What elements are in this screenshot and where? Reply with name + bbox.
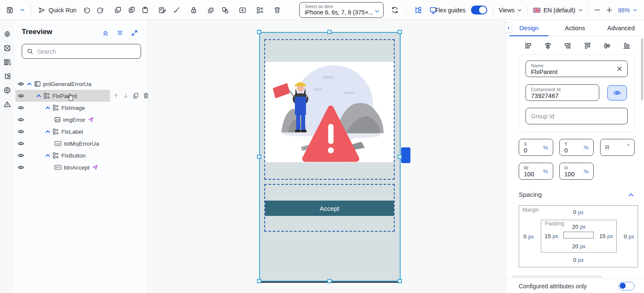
align-center-horizontal-icon[interactable] [544, 42, 552, 49]
tree-item-label[interactable]: btnAccept [64, 164, 90, 171]
selection-handle-top-left[interactable] [257, 30, 261, 34]
tab-design[interactable]: Design [506, 20, 552, 36]
zoom-level-dropdown[interactable]: 88% [618, 7, 637, 14]
padding-right-value[interactable]: 15 [599, 233, 605, 239]
align-right-icon[interactable] [564, 42, 571, 49]
warnings-icon[interactable] [3, 101, 11, 108]
x-field[interactable]: X 0 % [519, 139, 553, 156]
tree-row-FlxLabel[interactable]: FlxLabel [14, 126, 148, 138]
tree-row-txtMsjErrorUa[interactable]: txtMsjErrorUa [14, 138, 148, 149]
copy-icon[interactable] [114, 6, 121, 14]
padding-box[interactable]: Padding 20px 15px 15px 20px [541, 220, 617, 253]
bring-forward-icon[interactable] [207, 6, 215, 14]
tree-row-pnlGeneralErrorUa[interactable]: pnlGeneralErrorUa [14, 78, 148, 90]
skins-icon[interactable] [3, 44, 11, 52]
tree-item-label[interactable]: FlxLabel [61, 129, 83, 135]
selection-handle-bottom-left[interactable] [257, 279, 261, 283]
collapse-panel-button[interactable]: › [505, 22, 512, 33]
tree-row-FlxImage[interactable]: FlxImage [14, 102, 148, 114]
tree-row-imgError[interactable]: imgError [14, 114, 148, 126]
move-down-icon[interactable] [123, 93, 129, 99]
new-folder-icon[interactable] [239, 6, 246, 14]
language-dropdown[interactable]: EN (default) [533, 7, 583, 14]
tree-item-label[interactable]: FlxButton [61, 152, 86, 159]
tab-advanced[interactable]: Advanced [598, 20, 644, 36]
clear-name-icon[interactable] [616, 66, 623, 72]
undo-icon[interactable] [83, 6, 90, 14]
error-illustration[interactable] [265, 62, 394, 162]
group-id-field[interactable]: Group Id [526, 108, 628, 124]
margin-left-value[interactable]: 0 [523, 233, 526, 240]
visibility-eye-icon[interactable] [17, 92, 24, 99]
navigate-action-icon[interactable] [92, 164, 98, 170]
flex-guides-toggle[interactable] [471, 6, 487, 14]
zoom-out-button[interactable] [594, 7, 601, 13]
spacing-collapse-icon[interactable] [628, 192, 634, 198]
chevron-up-icon[interactable] [45, 129, 50, 134]
paste-icon[interactable] [142, 6, 149, 14]
expand-panel-icon[interactable] [131, 30, 138, 36]
save-icon[interactable] [6, 6, 14, 14]
save-options-chevron-icon[interactable] [20, 8, 25, 12]
brush-icon[interactable] [173, 6, 180, 14]
quick-run-button[interactable]: Quick Run [38, 6, 76, 14]
tree-item-label[interactable]: FlxImage [61, 105, 85, 111]
device-selector[interactable]: Select an item iPhone 6, 6s, 7, 8 (375×.… [299, 2, 384, 18]
selection-handle-top-center[interactable] [327, 30, 332, 34]
accept-button[interactable]: Accept [265, 201, 394, 216]
margin-top-value[interactable]: 0 [573, 209, 576, 215]
visibility-eye-icon[interactable] [17, 128, 24, 135]
rotation-field[interactable]: R ° [600, 139, 635, 156]
width-field[interactable]: W 100 % [519, 163, 553, 180]
chevron-up-icon[interactable] [45, 105, 50, 110]
widgets-icon[interactable] [256, 6, 264, 14]
settings-gear-icon[interactable] [3, 30, 11, 38]
height-field[interactable]: H 100 % [559, 163, 594, 180]
globe-icon[interactable] [3, 86, 11, 94]
tree-item-label[interactable]: imgError [63, 117, 85, 123]
library-icon[interactable] [3, 58, 11, 66]
tree-structure-icon[interactable] [3, 72, 11, 80]
margin-bottom-value[interactable]: 0 [573, 257, 576, 263]
tree-row-FlxParent[interactable]: FlxParent [14, 90, 148, 102]
send-backward-icon[interactable] [221, 6, 229, 14]
chevron-up-icon[interactable] [27, 81, 32, 86]
y-field[interactable]: Y 0 % [559, 139, 594, 156]
visibility-eye-icon[interactable] [17, 116, 24, 123]
hierarchy-view-icon[interactable] [414, 6, 422, 14]
align-bottom-icon[interactable] [623, 42, 630, 49]
visibility-eye-icon[interactable] [17, 152, 24, 159]
drag-grab-handle[interactable] [401, 147, 410, 163]
visibility-eye-icon[interactable] [17, 140, 24, 147]
move-up-icon[interactable] [113, 93, 119, 99]
configured-attributes-toggle[interactable] [618, 282, 635, 290]
component-visibility-button[interactable] [607, 85, 627, 101]
expand-all-icon[interactable] [117, 30, 123, 36]
zoom-in-button[interactable] [606, 7, 612, 13]
design-canvas[interactable]: Accept [148, 20, 505, 293]
refresh-icon[interactable] [391, 6, 399, 14]
selection-handle-bottom-center[interactable] [327, 279, 332, 283]
duplicate-icon[interactable] [133, 92, 139, 99]
align-left-icon[interactable] [525, 42, 532, 49]
selection-handle-bottom-right[interactable] [398, 279, 402, 283]
apply-skin-icon[interactable] [159, 6, 166, 14]
tree-item-label[interactable]: txtMsjErrorUa [64, 141, 99, 147]
align-top-icon[interactable] [584, 42, 591, 49]
selection-handle-mid-left[interactable] [257, 155, 261, 159]
tab-actions[interactable]: Actions [552, 20, 598, 36]
duplicate-icon[interactable] [128, 6, 135, 14]
tree-search-input[interactable]: Search [22, 44, 141, 59]
padding-top-value[interactable]: 20 [572, 224, 578, 230]
views-dropdown[interactable]: Views [499, 7, 522, 14]
visibility-eye-icon[interactable] [17, 164, 24, 171]
tree-row-btnAccept[interactable]: btnAccept [14, 161, 148, 173]
flex-guide-image-label[interactable] [264, 39, 395, 180]
name-field[interactable]: Name FlxParent [526, 60, 628, 77]
margin-right-value[interactable]: 0 [624, 233, 627, 240]
component-id-field[interactable]: Component Id 73927467 [526, 84, 599, 101]
flex-guide-button[interactable]: Accept [264, 184, 395, 232]
tree-row-FlxButton[interactable]: FlxButton [14, 149, 148, 161]
selection-handle-top-right[interactable] [398, 30, 402, 34]
align-center-vertical-icon[interactable] [604, 42, 611, 49]
